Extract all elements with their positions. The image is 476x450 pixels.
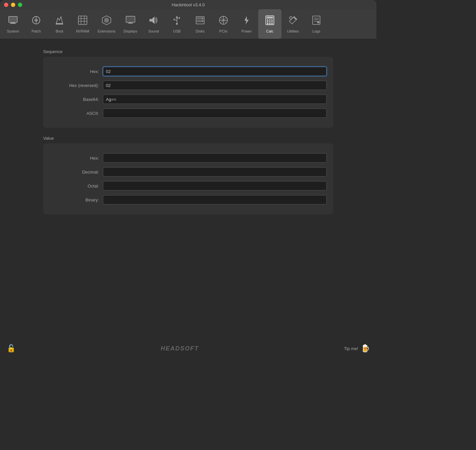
svg-point-43 <box>271 21 273 23</box>
sequence-base64-row: Base64: <box>50 95 327 104</box>
toolbar-item-usb[interactable]: USB <box>165 9 189 39</box>
sequence-hex-input[interactable] <box>103 67 327 76</box>
calc-label: Calc <box>266 29 274 33</box>
value-binary-label: Binary: <box>50 197 103 202</box>
toolbar-item-logs[interactable]: Logs <box>305 9 328 39</box>
toolbar-item-sound[interactable]: Sound <box>142 9 165 39</box>
sequence-ascii-row: ASCII: <box>50 109 327 118</box>
value-decimal-row: Decimal: <box>50 167 327 177</box>
usb-label: USB <box>173 29 181 33</box>
sequence-hex-reversed-input[interactable] <box>103 81 327 90</box>
usb-icon <box>172 15 182 27</box>
svg-rect-18 <box>149 19 152 22</box>
extensions-icon <box>101 15 112 27</box>
svg-rect-7 <box>78 16 87 25</box>
sequence-base64-input[interactable] <box>103 95 327 104</box>
disks-icon <box>195 15 205 27</box>
titlebar: Hackintool v3.4.0 <box>0 0 376 9</box>
footer: 🔓 HEADSOFT Tip me! 🍺 <box>0 338 376 358</box>
tip-label: Tip me! <box>344 346 358 351</box>
value-hex-label: Hex: <box>50 156 103 161</box>
value-section: Value Hex: Decimal: Octal: Binary: <box>43 136 333 214</box>
logs-label: Logs <box>312 29 320 33</box>
toolbar-item-system[interactable]: System <box>1 9 25 39</box>
value-decimal-label: Decimal: <box>50 170 103 175</box>
displays-label: Displays <box>123 29 137 33</box>
svg-rect-16 <box>129 22 132 23</box>
sequence-hex-label: Hex: <box>50 69 103 74</box>
toolbar-item-calc[interactable]: Calc <box>258 9 281 39</box>
extensions-label: Extensions <box>98 29 116 33</box>
sound-label: Sound <box>148 29 159 33</box>
toolbar: System Patch Boot <box>0 9 376 39</box>
sequence-hex-reversed-label: Hex (reversed): <box>50 83 103 88</box>
svg-point-55 <box>318 23 318 23</box>
toolbar-item-boot[interactable]: Boot <box>48 9 71 39</box>
svg-point-41 <box>267 21 268 23</box>
boot-icon <box>54 15 65 27</box>
sequence-ascii-label: ASCII: <box>50 111 103 116</box>
svg-point-39 <box>269 19 271 21</box>
patch-icon <box>31 15 41 27</box>
svg-rect-22 <box>179 17 180 19</box>
svg-marker-20 <box>176 16 178 18</box>
value-octal-row: Octal: <box>50 181 327 190</box>
system-label: System <box>7 29 19 33</box>
svg-rect-17 <box>128 23 133 24</box>
toolbar-item-displays[interactable]: Displays <box>119 9 142 39</box>
minimize-button[interactable] <box>11 3 15 7</box>
value-binary-row: Binary: <box>50 195 327 204</box>
sequence-ascii-input[interactable] <box>103 109 327 118</box>
value-octal-label: Octal: <box>50 184 103 188</box>
nvram-icon <box>77 15 88 27</box>
value-binary-input[interactable] <box>103 195 327 204</box>
pcie-label: PCIe <box>219 29 227 33</box>
sequence-hex-reversed-row: Hex (reversed): <box>50 81 327 90</box>
svg-rect-1 <box>11 22 15 23</box>
toolbar-item-disks[interactable]: Disks <box>189 9 212 39</box>
svg-marker-13 <box>104 18 109 23</box>
disks-label: Disks <box>196 29 204 33</box>
svg-point-44 <box>267 23 268 24</box>
value-section-label: Value <box>43 136 333 141</box>
value-hex-input[interactable] <box>103 153 327 163</box>
svg-rect-15 <box>126 17 134 22</box>
toolbar-item-extensions[interactable]: Extensions <box>94 9 119 39</box>
svg-rect-3 <box>9 17 17 22</box>
value-octal-input[interactable] <box>103 181 327 190</box>
patch-label: Patch <box>32 29 41 33</box>
sequence-hex-row: Hex: <box>50 67 327 76</box>
svg-line-21 <box>177 18 179 19</box>
value-section-box: Hex: Decimal: Octal: Binary: <box>43 143 333 214</box>
sequence-section: Sequence Hex: Hex (reversed): Base64: AS… <box>43 49 333 128</box>
brand-label: HEADSOFT <box>161 345 199 352</box>
svg-rect-37 <box>267 17 273 19</box>
toolbar-item-utilities[interactable]: Utilities <box>281 9 305 39</box>
main-content: Sequence Hex: Hex (reversed): Base64: AS… <box>0 39 376 224</box>
utilities-icon <box>288 15 298 27</box>
svg-point-48 <box>289 17 292 19</box>
power-icon <box>241 15 252 27</box>
svg-point-45 <box>269 23 271 24</box>
sequence-base64-label: Base64: <box>50 97 103 102</box>
close-button[interactable] <box>4 3 8 7</box>
svg-rect-2 <box>10 23 16 24</box>
value-decimal-input[interactable] <box>103 167 327 177</box>
beer-icon: 🍺 <box>361 344 370 353</box>
tip-area: Tip me! 🍺 <box>344 344 370 353</box>
maximize-button[interactable] <box>18 3 22 7</box>
pcie-icon <box>218 15 229 27</box>
boot-label: Boot <box>56 29 63 33</box>
toolbar-item-pcie[interactable]: PCIe <box>212 9 235 39</box>
svg-point-42 <box>269 21 271 23</box>
toolbar-item-nvram[interactable]: NVRAM <box>71 9 94 39</box>
window-controls[interactable] <box>4 3 22 7</box>
toolbar-item-power[interactable]: Power <box>235 9 258 39</box>
displays-icon <box>125 15 136 27</box>
sequence-section-label: Sequence <box>43 49 333 54</box>
svg-rect-6 <box>56 24 63 25</box>
calc-icon <box>265 15 275 27</box>
svg-point-40 <box>271 19 273 21</box>
toolbar-item-patch[interactable]: Patch <box>25 9 48 39</box>
window-title: Hackintool v3.4.0 <box>172 2 205 7</box>
